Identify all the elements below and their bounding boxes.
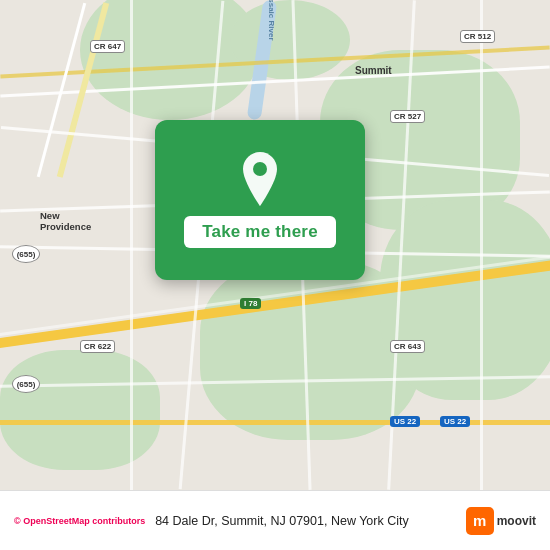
cr512-badge: CR 512: [460, 30, 495, 43]
passaic-river-label: Passaic River: [267, 0, 276, 41]
moovit-logo: m moovit: [466, 507, 536, 535]
new-providence-label: NewProvidence: [40, 210, 91, 232]
moovit-m-icon: m: [466, 507, 494, 535]
location-pin-icon: [238, 152, 282, 206]
r655a-badge: (655): [12, 245, 40, 263]
bottom-bar: © OpenStreetMap contributors 84 Dale Dr,…: [0, 490, 550, 550]
summit-label: Summit: [355, 65, 392, 76]
address-label: 84 Dale Dr, Summit, NJ 07901, New York C…: [155, 514, 456, 528]
app: Passaic River CR 647 CR 527 CR 622 CR 64…: [0, 0, 550, 550]
cr527-badge: CR 527: [390, 110, 425, 123]
svg-point-0: [253, 162, 267, 176]
map-container[interactable]: Passaic River CR 647 CR 527 CR 622 CR 64…: [0, 0, 550, 490]
i78-badge: I 78: [240, 298, 261, 309]
cr622-badge: CR 622: [80, 340, 115, 353]
us22a-badge: US 22: [390, 416, 420, 427]
r655b-badge: (655): [12, 375, 40, 393]
green-card: Take me there: [155, 120, 365, 280]
take-me-there-button[interactable]: Take me there: [184, 216, 336, 248]
moovit-text: moovit: [497, 514, 536, 528]
cr643-badge: CR 643: [390, 340, 425, 353]
us22b-badge: US 22: [440, 416, 470, 427]
osm-attribution: © OpenStreetMap contributors: [14, 516, 145, 526]
cr647-badge: CR 647: [90, 40, 125, 53]
